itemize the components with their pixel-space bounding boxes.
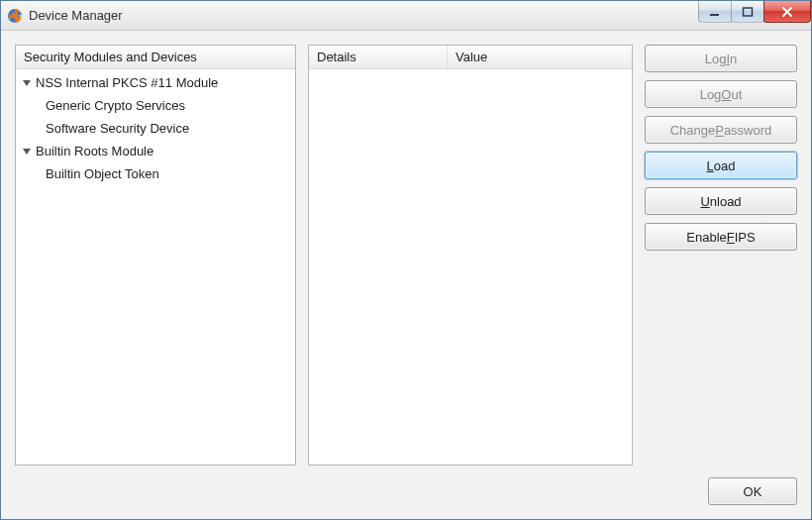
window-controls [699, 1, 811, 23]
modules-header-row: Security Modules and Devices [16, 46, 295, 69]
modules-panel: Security Modules and Devices NSS Interna… [15, 45, 296, 466]
tree-device-label: Generic Crypto Services [46, 98, 185, 113]
firefox-icon [7, 8, 23, 24]
close-icon [780, 6, 794, 18]
maximize-icon [742, 6, 754, 18]
window-title: Device Manager [29, 8, 123, 23]
minimize-button[interactable] [698, 1, 732, 23]
tree-device-label: Software Security Device [46, 121, 189, 136]
load-button[interactable]: Load [645, 152, 797, 179]
tree-module-label: NSS Internal PKCS #11 Module [36, 75, 218, 90]
logout-button[interactable]: Log Out [645, 80, 797, 108]
chevron-down-icon[interactable] [22, 78, 32, 88]
minimize-icon [709, 6, 721, 18]
tree-module[interactable]: NSS Internal PKCS #11 Module [16, 71, 295, 94]
close-button[interactable] [763, 1, 811, 23]
device-manager-window: Device Manager Security Modules and Devi… [0, 0, 812, 520]
chevron-down-icon[interactable] [22, 147, 32, 156]
ok-button-label: OK [744, 484, 762, 499]
tree-device[interactable]: Generic Crypto Services [16, 94, 295, 117]
svg-rect-2 [744, 8, 753, 16]
value-column-header[interactable]: Value [448, 46, 632, 68]
change-password-button[interactable]: Change Password [645, 116, 797, 144]
modules-header[interactable]: Security Modules and Devices [16, 46, 295, 68]
dialog-body: Security Modules and Devices NSS Interna… [1, 31, 811, 519]
tree-module[interactable]: Builtin Roots Module [16, 140, 295, 162]
tree-module-label: Builtin Roots Module [36, 144, 153, 158]
maximize-button[interactable] [731, 1, 764, 23]
action-buttons-column: Log In Log Out Change Password Load Unlo… [645, 45, 797, 466]
modules-tree: NSS Internal PKCS #11 Module Generic Cry… [16, 69, 295, 465]
login-button[interactable]: Log In [645, 45, 797, 72]
tree-device[interactable]: Builtin Object Token [16, 162, 295, 185]
content-row: Security Modules and Devices NSS Interna… [15, 45, 797, 466]
ok-button[interactable]: OK [708, 477, 797, 505]
details-panel: Details Value [308, 45, 633, 466]
details-header-row: Details Value [309, 46, 632, 69]
details-body [309, 69, 632, 465]
tree-device-label: Builtin Object Token [46, 166, 159, 181]
details-column-header[interactable]: Details [309, 46, 448, 68]
svg-rect-1 [710, 14, 719, 16]
dialog-footer: OK [15, 466, 797, 505]
enable-fips-button[interactable]: Enable FIPS [645, 223, 797, 251]
titlebar: Device Manager [1, 1, 811, 31]
unload-button[interactable]: Unload [645, 187, 797, 215]
tree-device[interactable]: Software Security Device [16, 117, 295, 140]
